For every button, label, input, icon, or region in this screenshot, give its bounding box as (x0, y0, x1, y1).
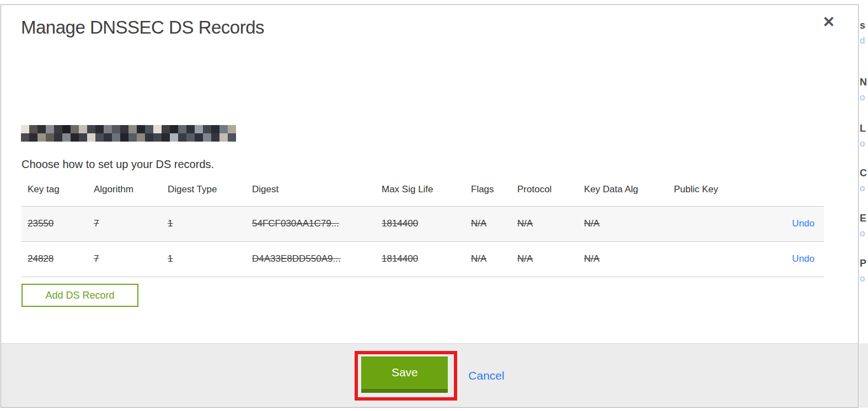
redaction-pixel (203, 125, 211, 133)
column-header-digest: Digest (246, 178, 376, 206)
add-ds-record-button[interactable]: Add DS Record (22, 284, 138, 307)
column-header-actions (751, 178, 824, 206)
redaction-pixel (186, 125, 195, 133)
background-label-fragment: P (860, 258, 866, 269)
background-footer-strip (859, 343, 868, 408)
redaction-pixel (21, 133, 29, 142)
column-header-digest-type: Digest Type (162, 178, 246, 206)
redaction-pixel (71, 133, 79, 142)
column-header-key-tag: Key tag (22, 178, 88, 206)
background-label-fragment: E (860, 213, 866, 224)
redaction-pixel (211, 125, 219, 133)
background-label-fragment: C (860, 167, 867, 179)
column-header-protocol: Protocol (511, 178, 578, 206)
background-page-edge: sdNoLoCoEoPo (859, 0, 868, 411)
redaction-pixel (219, 125, 228, 133)
cell-public-key (668, 241, 751, 277)
setup-instruction-text: Choose how to set up your DS records. (22, 158, 214, 171)
redaction-pixel (29, 125, 37, 133)
redaction-pixel (219, 133, 228, 142)
background-label-fragment: s (860, 20, 865, 31)
redaction-pixel (195, 125, 203, 133)
cell-digest: 54FCF030AA1C79... (246, 206, 376, 241)
page-title: Manage DNSSEC DS Records (21, 17, 264, 38)
save-button[interactable]: Save (361, 356, 448, 393)
cell-actions: Undo (751, 241, 824, 277)
column-header-flags: Flags (465, 178, 511, 206)
redaction-pixel (29, 133, 37, 142)
cell-digest-type: 1 (162, 241, 246, 277)
cell-key-data-alg: N/A (578, 241, 668, 277)
redaction-pixel (128, 133, 137, 142)
cell-protocol: N/A (511, 241, 578, 277)
redaction-pixel (178, 125, 186, 133)
redaction-pixel (186, 133, 195, 142)
cell-key-tag: 23550 (22, 206, 88, 241)
redaction-pixel (87, 133, 95, 142)
redaction-pixel (46, 125, 54, 133)
undo-link[interactable]: Undo (792, 218, 815, 229)
column-header-key-data-alg: Key Data Alg (578, 178, 668, 206)
redaction-pixel (211, 133, 219, 142)
column-header-public-key: Public Key (668, 178, 751, 206)
cell-max-sig-life: 1814400 (376, 206, 465, 241)
redaction-pixel (137, 133, 145, 142)
redaction-pixel (87, 125, 95, 133)
column-header-algorithm: Algorithm (88, 178, 162, 206)
dialog-footer: Save Cancel (1, 343, 858, 407)
redaction-pixel (145, 133, 153, 142)
background-label-fragment: L (860, 123, 866, 134)
redaction-pixel (128, 125, 137, 133)
redaction-pixel (178, 133, 186, 142)
redaction-pixel (228, 133, 236, 142)
cell-protocol: N/A (511, 206, 578, 241)
cancel-link[interactable]: Cancel (468, 369, 504, 382)
cell-digest: D4A33E8DD550A9... (246, 241, 376, 277)
domain-name-redacted (21, 125, 236, 142)
redaction-pixel (162, 133, 170, 142)
table-header-row: Key tag Algorithm Digest Type Digest Max… (22, 178, 824, 206)
redaction-pixel (62, 133, 71, 142)
redaction-pixel (112, 125, 120, 133)
redaction-pixel (112, 133, 120, 142)
redaction-pixel (195, 133, 203, 142)
cell-key-tag: 24828 (22, 241, 88, 277)
redaction-pixel (62, 125, 71, 133)
cell-public-key (668, 206, 751, 241)
redaction-pixel (37, 133, 46, 142)
table-row: 2482871D4A33E8DD550A9...1814400N/AN/AN/A… (22, 241, 824, 277)
redaction-pixel (79, 125, 87, 133)
redaction-pixel (54, 125, 62, 133)
redaction-pixel (228, 125, 236, 133)
cell-algorithm: 7 (88, 206, 162, 241)
cell-algorithm: 7 (88, 241, 162, 277)
cell-flags: N/A (465, 241, 511, 277)
redaction-pixel (104, 133, 112, 142)
redaction-pixel (21, 125, 29, 133)
redaction-pixel (203, 133, 211, 142)
redaction-pixel (153, 133, 162, 142)
background-link-fragment: o (860, 138, 865, 149)
cell-max-sig-life: 1814400 (376, 241, 465, 277)
redaction-pixel (120, 133, 128, 142)
redaction-pixel (162, 125, 170, 133)
close-icon[interactable]: ✕ (822, 15, 835, 30)
redaction-pixel (120, 125, 128, 133)
background-link-fragment: o (860, 228, 865, 239)
redaction-pixel (153, 125, 162, 133)
redaction-pixel (71, 125, 79, 133)
cell-key-data-alg: N/A (578, 206, 668, 241)
undo-link[interactable]: Undo (792, 253, 815, 264)
redaction-pixel (145, 125, 153, 133)
cell-flags: N/A (465, 206, 511, 241)
redaction-pixel (46, 133, 54, 142)
column-header-max-sig-life: Max Sig Life (376, 178, 465, 206)
cell-digest-type: 1 (162, 206, 246, 241)
redaction-pixel (54, 133, 62, 142)
background-label-fragment: N (860, 77, 867, 88)
redaction-pixel (170, 133, 178, 142)
redaction-pixel (95, 133, 104, 142)
background-link-fragment: o (860, 183, 865, 194)
background-link-fragment: o (860, 273, 865, 284)
redaction-pixel (104, 125, 112, 133)
